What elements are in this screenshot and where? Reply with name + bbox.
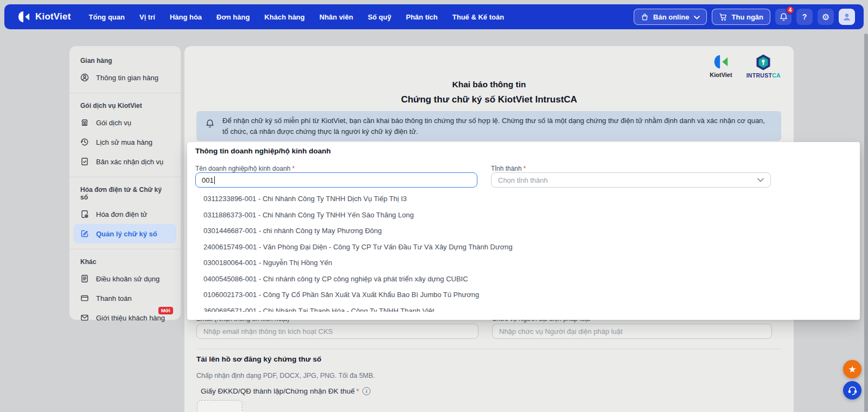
bell-icon [779,12,788,22]
nav-item-khach-hang[interactable]: Khách hàng [264,13,304,21]
intrustca-logo-text: INTRUSTCA [746,72,781,79]
help-button[interactable]: ? [796,9,813,25]
sidebar-item-lich-su-mua-hang[interactable]: Lịch sử mua hàng [74,132,176,152]
nav-item-nhan-vien[interactable]: Nhân viên [320,13,353,21]
info-icon[interactable]: i [362,387,371,395]
kiotviet-logo-mark [712,54,730,70]
nav-item-hang-hoa[interactable]: Hàng hóa [170,13,202,21]
dropdown-option[interactable]: 0311233896-001 - Chi Nhánh Công Ty TNHH … [187,191,860,207]
nav-right-cluster: Bán online Thu ngân 4 ? ⚙ [634,9,864,25]
storefront-icon [80,118,89,127]
dropdown-option[interactable]: 2400615749-001 - Văn Phòng Đại Diện - Cô… [187,239,860,255]
required-mark: * [524,165,526,172]
star-icon: ★ [848,364,856,375]
sidebar-item-quan-ly-chu-ky-so[interactable]: Quản lý chữ ký số [74,224,176,243]
nav-item-so-quy[interactable]: Số quỹ [368,13,391,21]
chevron-down-icon [694,13,700,21]
nav-item-phan-tich[interactable]: Phân tích [406,13,438,21]
sidebar-header: Gian hàng [80,57,170,65]
email-field[interactable]: Nhập email nhận thông tin kích hoạt CKS [196,324,478,339]
position-field[interactable]: Nhập chức vụ Người đại diện pháp luật [492,324,772,339]
sidebar-section-khac: Khác Điều khoản sử dụng Thanh toán Giới … [69,249,181,333]
info-banner: Để nhận chữ ký số miễn phí từ KiotViet, … [196,111,781,141]
dropdown-option[interactable]: 3600685671-001 - Chi Nhánh Tại Thanh Hóa… [187,303,860,312]
nav-item-don-hang[interactable]: Đơn hàng [216,13,250,21]
sidebar-item-label: Bản xác nhận dịch vụ [96,158,163,166]
nav-item-thue-ke-toan[interactable]: Thuế & Kế toán [452,13,504,21]
kiotviet-logo: KiotViet [710,54,732,78]
avatar-icon [842,12,852,22]
top-navigation-bar: KiotViet Tổng quan Vị trí Hàng hóa Đơn h… [4,4,864,29]
feedback-star-button[interactable]: ★ [843,360,861,378]
province-select[interactable]: Chọn tỉnh thành [491,172,771,188]
sidebar-item-goi-dich-vu[interactable]: Gói dịch vụ [74,113,176,132]
settings-button[interactable]: ⚙ [818,9,834,25]
wallet-icon [80,294,89,302]
sidebar-item-label: Thanh toán [96,294,132,302]
support-chat-button[interactable] [843,381,861,400]
page-title-line1: Khai báo thông tin [184,80,794,89]
kiotviet-brand[interactable]: KiotViet [4,10,71,23]
sidebar-item-dieu-khoan-su-dung[interactable]: Điều khoản sử dụng [74,269,176,288]
required-mark: * [356,387,359,395]
page-title-line2: Chứng thư chữ ký số KiotViet IntrustCA [184,94,794,105]
business-name-input[interactable]: 001 [195,172,477,188]
bell-outline-icon [205,119,215,132]
thu-ngan-button[interactable]: Thu ngân [712,9,771,25]
sidebar-item-label: Lịch sử mua hàng [96,138,152,146]
sidebar-item-label: Thông tin gian hàng [96,74,158,82]
dropdown-option[interactable]: 0106002173-001 - Công Ty Cổ Phần Sản Xuấ… [187,287,860,303]
sidebar-item-label: Quản lý chữ ký số [96,230,157,238]
sidebar-item-gioi-thieu-khach-hang[interactable]: Giới thiệu khách hàng Mới [74,308,176,327]
upload-format-hint: Chấp nhận định dạng PDF, DOCX, JPG, PNG.… [196,372,375,379]
banner-text: Để nhận chữ ký số miễn phí từ KiotViet, … [222,117,765,136]
help-icon: ? [802,12,807,21]
position-placeholder: Nhập chức vụ Người đại diện pháp luật [499,327,623,336]
sidebar-item-label: Điều khoản sử dụng [96,275,159,283]
sidebar-section-gian-hang: Gian hàng Thông tin gian hàng [69,48,181,93]
account-button[interactable] [839,9,855,25]
province-placeholder: Chọn tỉnh thành [498,176,548,184]
email-placeholder: Nhập email nhận thông tin kích hoạt CKS [203,327,333,336]
sidebar-item-label: Hóa đơn điện tử [96,210,148,218]
kiotviet-logo-text: KiotViet [710,72,732,78]
notifications-button[interactable]: 4 [775,9,792,25]
sidebar-header: Khác [80,258,170,266]
chevron-down-icon [757,178,764,182]
file-upload-dropzone[interactable] [197,400,242,412]
sidebar-item-hoa-don-dien-tu[interactable]: Hóa đơn điện tử [74,204,176,224]
nav-item-tong-quan[interactable]: Tổng quan [89,13,125,21]
dropdown-option[interactable]: 0300180064-001 - Nguyễn Thị Hồng Yến [187,255,860,271]
signature-icon [80,229,89,238]
nav-item-vi-tri[interactable]: Vị trí [139,13,155,21]
cart-icon [719,12,727,21]
sidebar-item-thanh-toan[interactable]: Thanh toán [74,288,176,308]
shopping-bag-icon [641,13,649,21]
terms-icon [80,274,89,283]
sidebar-item-thong-tin-gian-hang[interactable]: Thông tin gian hàng [74,68,176,87]
sidebar-header: Gói dịch vụ KiotViet [80,102,170,110]
headset-icon [847,385,858,396]
document-check-icon [80,157,89,166]
new-badge: Mới [158,307,173,314]
business-name-value: 001 [202,176,214,184]
document-label: Giấy ĐKKD/QĐ thành lập/Chứng nhận ĐK thu… [201,387,371,395]
intrustca-logo: INTRUSTCA [746,54,781,79]
dropdown-option[interactable]: 0400545086-001 - Chi nhánh công ty CP cô… [187,271,860,287]
dropdown-option[interactable]: 0301446687-001 - chi nhánh Công ty May P… [187,223,860,239]
history-icon [80,138,89,146]
invoice-icon [80,210,89,218]
required-mark: * [292,165,295,172]
business-form-overlay: Thông tin doanh nghiệp/hộ kinh doanh Tên… [187,142,860,320]
mail-icon [80,313,89,322]
sidebar-item-label: Giới thiệu khách hàng [96,314,165,322]
page-scrollbar[interactable] [864,34,868,412]
sidebar-item-ban-xac-nhan-dich-vu[interactable]: Bản xác nhận dịch vụ [74,152,176,171]
dropdown-option[interactable]: 0311886373-001 - Chi Nhánh Công Ty TNHH … [187,207,860,223]
business-name-label: Tên doanh nghiệp/hộ kinh doanh* [195,165,295,172]
intrustca-logo-mark [755,54,771,70]
thu-ngan-label: Thu ngân [732,13,764,21]
kiotviet-logo-icon [17,10,30,23]
main-menu: Tổng quan Vị trí Hàng hóa Đơn hàng Khách… [89,13,505,21]
ban-online-button[interactable]: Bán online [634,9,706,25]
